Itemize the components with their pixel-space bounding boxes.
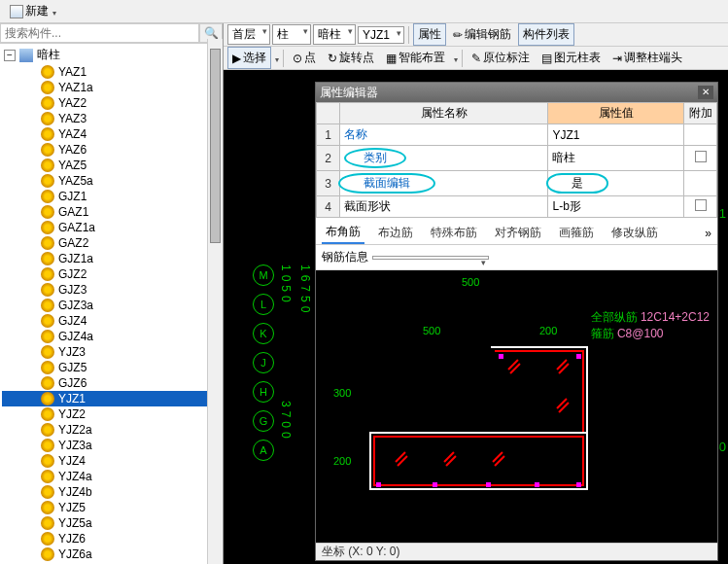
- tree-item[interactable]: YJZ4: [2, 453, 221, 469]
- point-button[interactable]: ⊙ 点: [288, 47, 321, 69]
- tie-icon: [394, 450, 411, 468]
- collapse-icon[interactable]: −: [4, 50, 16, 61]
- drawing-canvas[interactable]: MLKJHGA 1050 16750 3700 031 360 属性编辑器 ✕ …: [224, 70, 728, 564]
- rebar-node: [576, 354, 581, 359]
- tree-item[interactable]: YAZ5a: [2, 173, 221, 189]
- tree-scrollbar[interactable]: [207, 39, 223, 564]
- tree-item[interactable]: YAZ1a: [2, 80, 221, 95]
- tie-icon: [555, 358, 572, 375]
- section-status-bar: 坐标 (X: 0 Y: 0): [316, 543, 717, 560]
- tabs-more-icon[interactable]: »: [705, 227, 711, 240]
- tree-item[interactable]: GJZ2: [2, 266, 221, 282]
- property-table: 属性名称 属性值 附加 1名称YJZ12类别暗柱3截面编辑是4截面形状L-b形: [316, 102, 717, 218]
- scrollbar-thumb[interactable]: [210, 49, 221, 243]
- tree-item[interactable]: YAZ3: [2, 111, 221, 126]
- tree-root[interactable]: − 暗柱: [2, 46, 221, 64]
- column-table-button[interactable]: ▤ 图元柱表: [537, 47, 606, 69]
- inplace-annot-button[interactable]: ✎ 原位标注: [467, 47, 535, 69]
- tree-item[interactable]: YAZ1: [2, 64, 221, 80]
- checkbox[interactable]: [695, 199, 707, 211]
- rebar-tab[interactable]: 对齐钢筋: [491, 223, 545, 243]
- tree-item-label: GAZ1a: [58, 221, 95, 234]
- member-list-button[interactable]: 构件列表: [518, 23, 574, 46]
- tree-item-label: YAZ1a: [58, 81, 93, 94]
- rebar-tab[interactable]: 画箍筋: [555, 223, 598, 243]
- tree-item[interactable]: YJZ4b: [2, 484, 221, 500]
- rebar-node: [433, 482, 437, 487]
- dim-top: 500: [462, 276, 479, 288]
- chevron-down-icon[interactable]: [273, 52, 279, 65]
- tie-icon: [442, 450, 460, 468]
- member-icon: [41, 267, 54, 281]
- checkbox[interactable]: [695, 151, 707, 162]
- tree-item[interactable]: GAZ1a: [2, 220, 221, 235]
- property-row[interactable]: 2类别暗柱: [317, 146, 717, 171]
- rebar-tab[interactable]: 特殊布筋: [427, 223, 481, 243]
- grid-bubble: H: [253, 381, 274, 403]
- rebar-info-combo[interactable]: [372, 256, 489, 260]
- tree-item[interactable]: YJZ2a: [2, 422, 221, 438]
- grid-bubble: M: [253, 264, 274, 286]
- property-row[interactable]: 3截面编辑是: [317, 171, 717, 196]
- tree-item[interactable]: YAZ2: [2, 95, 221, 111]
- tree-item[interactable]: GAZ2: [2, 235, 221, 251]
- edit-rebar-button[interactable]: ✏ 编辑钢筋: [448, 23, 516, 46]
- select-button[interactable]: ▶ 选择: [227, 47, 271, 69]
- tree-item[interactable]: YJZ3a: [2, 438, 221, 453]
- chevron-down-icon[interactable]: [452, 52, 458, 65]
- tree-item[interactable]: YJZ4a: [2, 469, 221, 484]
- member-icon: [41, 407, 54, 421]
- category-combo[interactable]: 柱: [272, 24, 311, 45]
- grid-bubble: J: [253, 352, 274, 373]
- section-view[interactable]: 500 500 200 300 200 全部纵筋 12C14+2C12 箍筋 C…: [316, 270, 717, 543]
- floor-combo[interactable]: 首层: [227, 24, 270, 45]
- tree-item[interactable]: GJZ4: [2, 313, 221, 329]
- new-button[interactable]: 新建: [4, 1, 62, 21]
- tree-item[interactable]: GJZ5: [2, 360, 221, 375]
- folder-icon: [19, 49, 33, 62]
- tree-item[interactable]: YAZ4: [2, 126, 221, 142]
- attributes-button[interactable]: 属性: [413, 23, 446, 46]
- member-icon: [41, 205, 54, 219]
- property-editor-titlebar[interactable]: 属性编辑器 ✕: [316, 83, 717, 102]
- member-icon: [41, 159, 54, 172]
- tree-item-label: GJZ3a: [58, 299, 93, 312]
- tie-icon: [506, 358, 524, 375]
- member-combo[interactable]: YJZ1: [358, 26, 404, 44]
- tree-item[interactable]: YAZ5: [2, 158, 221, 173]
- coord-readout: 坐标 (X: 0 Y: 0): [322, 544, 399, 560]
- tree-item[interactable]: GAZ1: [2, 204, 221, 220]
- close-icon[interactable]: ✕: [698, 86, 713, 99]
- tree-item[interactable]: GJZ6: [2, 375, 221, 391]
- search-input[interactable]: [0, 23, 199, 43]
- adjust-end-button[interactable]: ⇥ 调整柱端头: [607, 47, 687, 69]
- tree-root-label: 暗柱: [37, 47, 60, 63]
- tree-item[interactable]: GJZ3: [2, 282, 221, 298]
- tree-item[interactable]: GJZ1a: [2, 251, 221, 266]
- tree-item[interactable]: YAZ6: [2, 142, 221, 158]
- smart-place-button[interactable]: ▦ 智能布置: [381, 47, 450, 69]
- tree-item-label: YAZ5a: [58, 174, 93, 188]
- tree-item[interactable]: YJZ6a: [2, 546, 221, 562]
- component-tree[interactable]: − 暗柱 YAZ1YAZ1aYAZ2YAZ3YAZ4YAZ6YAZ5YAZ5aG…: [0, 44, 223, 564]
- rebar-tab[interactable]: 修改纵筋: [607, 223, 662, 243]
- subcategory-combo[interactable]: 暗柱: [313, 24, 356, 45]
- new-label: 新建: [25, 3, 49, 19]
- tree-item[interactable]: YJZ2: [2, 406, 221, 422]
- tree-item[interactable]: YJZ1: [2, 391, 221, 406]
- rotate-point-button[interactable]: ↻ 旋转点: [323, 47, 379, 69]
- member-icon: [41, 96, 54, 110]
- tree-item-label: GJZ2: [58, 267, 87, 281]
- tree-item[interactable]: GJZ1: [2, 189, 221, 204]
- tree-item[interactable]: GJZ3a: [2, 298, 221, 313]
- tree-item[interactable]: YJZ6: [2, 531, 221, 546]
- property-row[interactable]: 4截面形状L-b形: [317, 196, 717, 218]
- rebar-tab[interactable]: 布边筋: [374, 223, 417, 243]
- bg-dim-3: 3700: [278, 401, 294, 442]
- tree-item[interactable]: YJZ5: [2, 500, 221, 515]
- rebar-tab[interactable]: 布角筋: [322, 222, 364, 244]
- property-row[interactable]: 1名称YJZ1: [317, 124, 717, 146]
- tree-item[interactable]: YJZ3: [2, 344, 221, 360]
- tree-item[interactable]: GJZ4a: [2, 329, 221, 344]
- tree-item[interactable]: YJZ5a: [2, 515, 221, 531]
